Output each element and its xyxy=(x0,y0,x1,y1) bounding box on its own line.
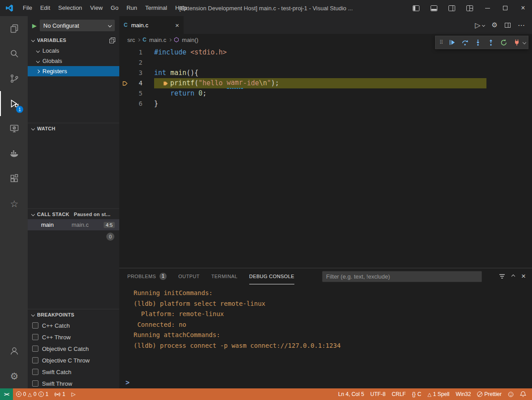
customize-layout-icon[interactable] xyxy=(461,0,478,16)
split-editor-icon[interactable] xyxy=(505,23,511,28)
editor-settings-gear-icon[interactable]: ⚙ xyxy=(492,21,498,29)
toggle-sidebar-icon[interactable] xyxy=(407,0,425,16)
checkbox[interactable] xyxy=(32,369,38,375)
platform-status[interactable]: Win32 xyxy=(452,388,474,400)
tab-debug-console[interactable]: DEBUG CONSOLE xyxy=(249,268,294,284)
breadcrumb-file[interactable]: main.c xyxy=(149,37,166,43)
filter-icon[interactable] xyxy=(499,273,505,279)
breadcrumb-src[interactable]: src xyxy=(127,37,135,43)
breakpoint-cpp-throw[interactable]: C++ Throw xyxy=(28,331,119,343)
code-text[interactable]: #include <stdio.h> xyxy=(154,47,227,58)
variables-item-locals[interactable]: Locals xyxy=(28,46,119,56)
start-debugging-icon[interactable]: ▶ xyxy=(32,22,37,29)
breadcrumb-symbol[interactable]: main() xyxy=(182,37,198,43)
tab-main-c[interactable]: C main.c × xyxy=(119,16,184,34)
menu-go[interactable]: Go xyxy=(107,0,122,16)
remote-indicator[interactable]: >< xyxy=(0,388,13,400)
console-filter-input[interactable] xyxy=(322,271,482,282)
run-file-button[interactable]: ▷ xyxy=(475,21,484,29)
encoding[interactable]: UTF-8 xyxy=(367,388,389,400)
more-actions-icon[interactable]: ⋯ xyxy=(518,21,525,29)
variables-item-registers[interactable]: Registers xyxy=(28,66,119,76)
code-text[interactable]: } xyxy=(154,99,158,109)
checkbox[interactable] xyxy=(32,380,38,387)
watch-section-header[interactable]: WATCH xyxy=(28,123,119,133)
inline-breakpoint-icon[interactable] xyxy=(163,80,169,87)
code-line-3[interactable]: 3 int main(){ xyxy=(119,68,532,78)
cursor-position[interactable]: Ln 4, Col 5 xyxy=(335,388,367,400)
checkbox[interactable] xyxy=(32,334,38,340)
variables-section-header[interactable]: VARIABLES xyxy=(28,35,119,46)
tab-problems[interactable]: PROBLEMS 1 xyxy=(127,268,167,284)
variables-item-globals[interactable]: Globals xyxy=(28,56,119,66)
code-line-6[interactable]: 6 } xyxy=(119,99,532,109)
code-text[interactable]: printf("hello wamr-ide\n"); xyxy=(154,78,279,88)
extensions-icon[interactable] xyxy=(0,166,28,191)
checkbox[interactable] xyxy=(32,346,38,352)
code-editor[interactable]: 1 #include <stdio.h> 2 3 int main(){ 4 p… xyxy=(119,46,532,268)
launch-configuration-dropdown[interactable]: No Configurat xyxy=(40,20,115,31)
restart-button[interactable] xyxy=(498,37,510,48)
feedback-status[interactable] xyxy=(505,388,517,400)
close-tab-icon[interactable]: × xyxy=(175,21,179,29)
favorites-star-icon[interactable]: ☆ xyxy=(0,191,28,216)
notifications-status[interactable] xyxy=(517,388,529,400)
drag-handle-icon[interactable]: ⠿ xyxy=(438,39,445,46)
toggle-secondary-sidebar-icon[interactable] xyxy=(443,0,461,16)
tab-output[interactable]: OUTPUT xyxy=(178,268,200,284)
gutter-glyph[interactable] xyxy=(119,68,131,78)
gutter-glyph[interactable] xyxy=(119,58,131,68)
code-line-5[interactable]: 5 return 0; xyxy=(119,88,532,99)
call-stack-frame-row[interactable]: main main.c 4:5 xyxy=(28,219,119,230)
breakpoint-objc-throw[interactable]: Objective C Throw xyxy=(28,354,119,366)
menu-terminal[interactable]: Terminal xyxy=(141,0,171,16)
step-over-button[interactable] xyxy=(459,37,471,48)
source-control-icon[interactable] xyxy=(0,66,28,91)
search-icon[interactable] xyxy=(0,41,28,66)
step-out-button[interactable] xyxy=(485,37,497,48)
close-button[interactable]: × xyxy=(514,0,532,16)
close-panel-icon[interactable]: × xyxy=(521,272,526,281)
code-line-4[interactable]: 4 printf("hello wamr-ide\n"); xyxy=(119,78,532,88)
ports-status[interactable]: 1 xyxy=(51,388,68,400)
tab-terminal[interactable]: TERMINAL xyxy=(211,268,238,284)
explorer-icon[interactable] xyxy=(0,16,28,41)
run-and-debug-icon[interactable]: 1 xyxy=(0,91,28,116)
debug-console-input[interactable]: > xyxy=(119,377,532,388)
settings-gear-icon[interactable]: ⚙ xyxy=(0,363,28,388)
breakpoints-section-header[interactable]: BREAKPOINTS xyxy=(28,309,119,320)
debug-console-output[interactable]: Running initCommands: (lldb) platform se… xyxy=(119,284,532,377)
menu-view[interactable]: View xyxy=(86,0,107,16)
accounts-icon[interactable] xyxy=(0,338,28,363)
maximize-panel-icon[interactable] xyxy=(511,275,515,278)
remote-explorer-icon[interactable] xyxy=(0,116,28,141)
breakpoint-swift-throw[interactable]: Swift Throw xyxy=(28,378,119,389)
gutter-glyph[interactable] xyxy=(119,99,131,109)
breakpoint-cpp-catch[interactable]: C++ Catch xyxy=(28,320,119,331)
continue-button[interactable] xyxy=(446,37,458,48)
code-text[interactable]: int main(){ xyxy=(154,68,198,78)
eol-sequence[interactable]: CRLF xyxy=(389,388,409,400)
maximize-button[interactable] xyxy=(496,0,514,16)
debug-session-chevron-icon[interactable] xyxy=(523,41,526,44)
breakpoint-swift-catch[interactable]: Swift Catch xyxy=(28,366,119,378)
docker-icon[interactable] xyxy=(0,141,28,166)
spell-checker-status[interactable]: △ 1 Spell xyxy=(424,388,452,400)
menu-selection[interactable]: Selection xyxy=(54,0,86,16)
gutter-glyph[interactable] xyxy=(119,47,131,58)
code-text[interactable]: return 0; xyxy=(154,88,206,99)
checkbox[interactable] xyxy=(32,322,38,329)
breakpoint-objc-catch[interactable]: Objective C Catch xyxy=(28,343,119,354)
code-line-2[interactable]: 2 xyxy=(119,58,532,68)
problems-status[interactable]: × 0 △ 0 i 1 xyxy=(13,388,52,400)
gutter-glyph[interactable] xyxy=(119,78,131,88)
call-stack-section-header[interactable]: CALL STACK Paused on st... xyxy=(28,208,119,219)
menu-run[interactable]: Run xyxy=(122,0,141,16)
disconnect-button[interactable] xyxy=(511,37,523,48)
step-into-button[interactable] xyxy=(472,37,484,48)
language-mode[interactable]: {} C xyxy=(409,388,424,400)
menu-edit[interactable]: Edit xyxy=(36,0,54,16)
minimize-button[interactable] xyxy=(478,0,496,16)
gutter-glyph[interactable] xyxy=(119,88,131,99)
debug-status[interactable]: ▷ xyxy=(68,388,79,400)
